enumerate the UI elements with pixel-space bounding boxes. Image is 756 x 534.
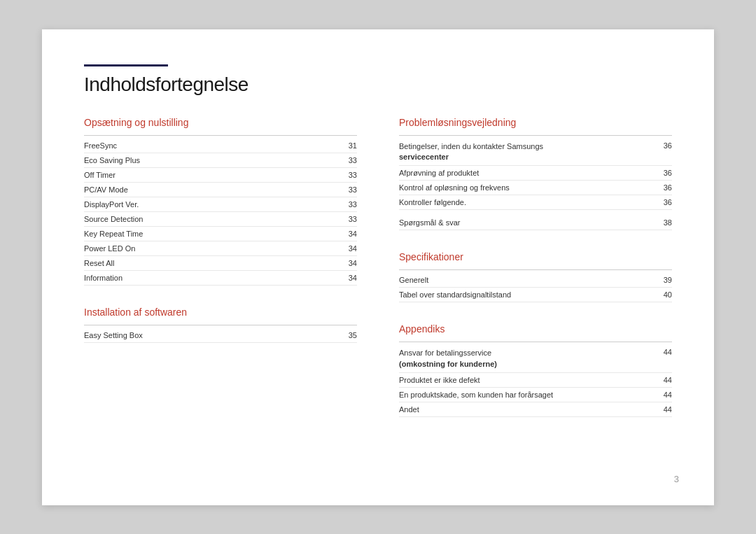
section-divider [399, 269, 672, 270]
title-block: Indholdsfortegnelse [84, 64, 672, 96]
toc-label: Afprøvning af produktet [399, 169, 658, 177]
toc-page: 44 [658, 348, 672, 356]
section-divider [84, 135, 357, 136]
toc-label: Produktet er ikke defekt [399, 376, 658, 384]
toc-page: 44 [658, 405, 672, 414]
toc-row: Kontrol af opløsning og frekvens 36 [399, 181, 672, 195]
toc-page: 36 [658, 183, 672, 192]
section-installation: Installation af softwaren Easy Setting B… [84, 307, 357, 343]
toc-page: 34 [343, 259, 357, 267]
toc-page: 33 [343, 185, 357, 194]
toc-label: Ansvar for betalingsservice(omkostning f… [399, 348, 658, 370]
toc-row: Produktet er ikke defekt 44 [399, 373, 672, 388]
toc-row: Tabel over standardsignaltilstand 40 [399, 288, 672, 302]
section-title-installation: Installation af softwaren [84, 307, 357, 318]
content-grid: Opsætning og nulstilling FreeSync 31 Eco… [84, 117, 672, 439]
section-opsaetning: Opsætning og nulstilling FreeSync 31 Eco… [84, 117, 357, 286]
section-title-specifikationer: Specifikationer [399, 251, 672, 262]
toc-label: DisplayPort Ver. [84, 200, 343, 209]
toc-row-multiline: Betingelser, inden du kontakter Samsungs… [399, 139, 672, 167]
toc-row: Easy Setting Box 35 [84, 328, 357, 343]
title-bar [84, 64, 168, 66]
section-title-problemloesning: Problemløsningsvejledning [399, 117, 672, 128]
section-divider [399, 135, 672, 136]
toc-page: 33 [343, 200, 357, 209]
toc-label: Off Timer [84, 171, 343, 179]
toc-label: Spørgsmål & svar [399, 218, 658, 227]
section-title-appendiks: Appendiks [399, 323, 672, 335]
toc-row: Power LED On 34 [84, 241, 357, 256]
toc-label: Information [84, 274, 343, 282]
section-appendiks: Appendiks Ansvar for betalingsservice(om… [399, 323, 672, 417]
toc-page: 44 [658, 391, 672, 399]
toc-label: En produktskade, som kunden har forårsag… [399, 391, 658, 399]
toc-row: DisplayPort Ver. 33 [84, 197, 357, 212]
toc-row: En produktskade, som kunden har forårsag… [399, 388, 672, 402]
toc-label: Easy Setting Box [84, 331, 343, 339]
toc-row: Generelt 39 [399, 273, 672, 288]
toc-page: 40 [658, 290, 672, 299]
toc-label: Tabel over standardsignaltilstand [399, 290, 658, 299]
toc-label: Reset All [84, 259, 343, 267]
toc-label: Andet [399, 405, 658, 414]
right-column: Problemløsningsvejledning Betingelser, i… [399, 117, 672, 439]
toc-page: 38 [658, 218, 672, 227]
toc-row: Source Detection 33 [84, 212, 357, 227]
toc-page: 34 [343, 274, 357, 282]
toc-label: Eco Saving Plus [84, 156, 343, 164]
toc-page: 33 [343, 215, 357, 223]
toc-label: Kontrol af opløsning og frekvens [399, 183, 658, 192]
toc-row-multiline: Ansvar for betalingsservice(omkostning f… [399, 345, 672, 373]
toc-row: Eco Saving Plus 33 [84, 153, 357, 168]
toc-row: PC/AV Mode 33 [84, 183, 357, 197]
toc-row: Reset All 34 [84, 256, 357, 271]
toc-row: Kontroller følgende. 36 [399, 195, 672, 210]
toc-row: Afprøvning af produktet 36 [399, 166, 672, 181]
section-specifikationer: Specifikationer Generelt 39 Tabel over s… [399, 251, 672, 302]
section-problemloesning: Problemløsningsvejledning Betingelser, i… [399, 117, 672, 231]
toc-label: Betingelser, inden du kontakter Samsungs… [399, 141, 658, 163]
toc-row: FreeSync 31 [84, 139, 357, 153]
toc-page: 36 [658, 198, 672, 206]
page: Indholdsfortegnelse Opsætning og nulstil… [42, 29, 714, 505]
toc-label: PC/AV Mode [84, 185, 343, 194]
toc-label: Power LED On [84, 244, 343, 253]
toc-label: Kontroller følgende. [399, 198, 658, 206]
toc-page: 44 [658, 376, 672, 384]
page-number: 3 [674, 474, 679, 484]
toc-page: 36 [658, 169, 672, 177]
toc-row: Information 34 [84, 271, 357, 286]
toc-label: Source Detection [84, 215, 343, 223]
toc-label: Generelt [399, 276, 658, 284]
toc-page: 39 [658, 276, 672, 284]
toc-page: 36 [658, 141, 672, 150]
toc-row: Andet 44 [399, 402, 672, 417]
toc-label: Key Repeat Time [84, 230, 343, 238]
toc-page: 34 [343, 244, 357, 253]
toc-label: FreeSync [84, 141, 343, 150]
toc-page: 34 [343, 230, 357, 238]
toc-row: Key Repeat Time 34 [84, 227, 357, 241]
toc-page: 33 [343, 171, 357, 179]
page-title: Indholdsfortegnelse [84, 73, 672, 96]
section-divider [84, 325, 357, 325]
toc-page: 31 [343, 141, 357, 150]
toc-page: 33 [343, 156, 357, 164]
section-title-opsaetning: Opsætning og nulstilling [84, 117, 357, 128]
section-divider [399, 342, 672, 342]
toc-row: Off Timer 33 [84, 168, 357, 183]
toc-page: 35 [343, 331, 357, 339]
left-column: Opsætning og nulstilling FreeSync 31 Eco… [84, 117, 357, 439]
toc-row: Spørgsmål & svar 38 [399, 216, 672, 230]
